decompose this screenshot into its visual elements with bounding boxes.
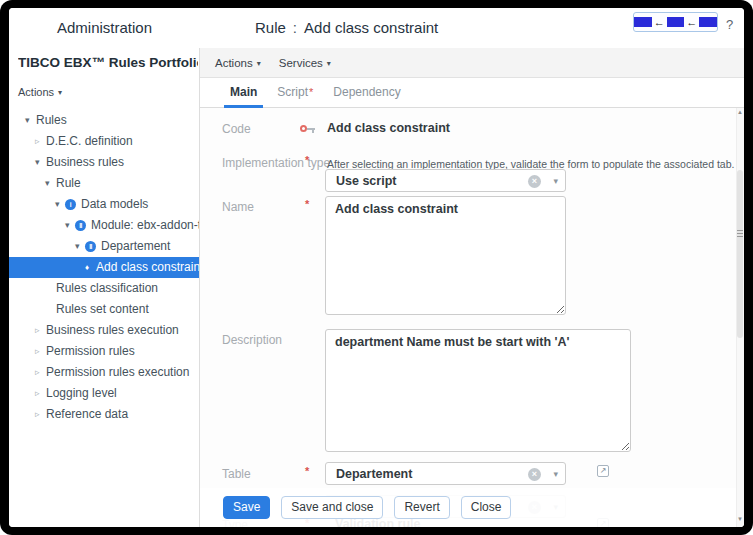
implementation-type-label: Implementation type xyxy=(222,156,330,170)
tree-item-label: Departement xyxy=(100,236,170,257)
tree-item-business-rules-execution[interactable]: ▹Business rules execution xyxy=(9,320,200,341)
required-asterisk: * xyxy=(305,465,309,477)
tree-item-permission-rules-execution[interactable]: ▹Permission rules execution xyxy=(9,362,200,383)
tree-item-label: Module: ebx-addon-tests, p xyxy=(90,215,200,236)
chevron-down-icon: ▾ xyxy=(257,59,261,68)
sidebar: TIBCO EBX™ Rules Portfolio Actions▾ ▾Rul… xyxy=(9,48,200,527)
chevron-down-icon: ▾ xyxy=(58,88,62,97)
tree-item-label: Data models xyxy=(80,194,148,215)
table-select[interactable]: Departement × ▾ xyxy=(325,462,566,485)
implementation-type-value: Use script xyxy=(336,174,396,188)
services-menu-label: Services xyxy=(279,57,323,69)
sidebar-actions-menu[interactable]: Actions▾ xyxy=(18,86,62,98)
scroll-down-icon[interactable]: ▼ xyxy=(736,516,744,522)
open-in-new-icon[interactable]: ↗ xyxy=(597,465,609,477)
nav-box[interactable] xyxy=(699,17,717,27)
chevron-down-icon[interactable]: ▾ xyxy=(553,470,558,479)
tree-expanded-arrow-icon[interactable]: ▾ xyxy=(65,215,75,236)
sidebar-title: TIBCO EBX™ Rules Portfolio xyxy=(18,55,198,70)
implementation-type-select[interactable]: Use script × ▾ xyxy=(325,169,566,192)
window-content: Administration Rule:Add class constraint… xyxy=(9,8,744,527)
tree-expanded-arrow-icon[interactable]: ▾ xyxy=(75,236,85,257)
data-models-icon: i xyxy=(65,199,76,210)
close-button[interactable]: Close xyxy=(461,496,512,519)
breadcrumb-entity: Rule xyxy=(255,19,286,36)
main-toolbar: Actions▾ Services▾ xyxy=(200,48,744,78)
table-icon: II xyxy=(75,220,86,231)
tree-item-d-e-c-definition[interactable]: ▹D.E.C. definition xyxy=(9,131,200,152)
tree-item-rules-classification[interactable]: Rules classification xyxy=(9,278,200,299)
tab-label: Main xyxy=(230,85,257,99)
tab-dependency[interactable]: Dependency xyxy=(327,78,406,108)
tab-main[interactable]: Main xyxy=(224,78,263,108)
leaf-diamond-icon: ♦ xyxy=(85,257,95,278)
clear-icon[interactable]: × xyxy=(528,175,541,188)
chevron-down-icon[interactable]: ▾ xyxy=(553,177,558,186)
tree-item-logging-level[interactable]: ▹Logging level xyxy=(9,383,200,404)
tree-collapsed-arrow-icon[interactable]: ▹ xyxy=(35,404,45,425)
code-label: Code xyxy=(222,122,251,136)
tree-collapsed-arrow-icon[interactable]: ▹ xyxy=(35,362,45,383)
services-menu[interactable]: Services▾ xyxy=(279,57,331,69)
navigation-history-widget[interactable]: ← ← xyxy=(633,12,718,32)
required-asterisk: * xyxy=(305,198,309,210)
scroll-up-icon[interactable]: ▲ xyxy=(736,109,744,115)
tree-item-add-class-constraint[interactable]: ♦Add class constraint xyxy=(9,257,200,278)
tree-item-label: D.E.C. definition xyxy=(45,131,133,152)
tree-collapsed-arrow-icon[interactable]: ▹ xyxy=(35,320,45,341)
top-header: Administration Rule:Add class constraint… xyxy=(9,8,744,48)
tree-collapsed-arrow-icon[interactable]: ▹ xyxy=(35,341,45,362)
primary-key-icon xyxy=(300,124,316,134)
save-button[interactable]: Save xyxy=(223,496,270,519)
tree-item-label: Permission rules xyxy=(45,341,135,362)
tree-item-label: Permission rules execution xyxy=(45,362,189,383)
tree-item-rule[interactable]: ▾Rule xyxy=(9,173,200,194)
revert-button[interactable]: Revert xyxy=(394,496,449,519)
main-panel: Actions▾ Services▾ MainScript*Dependency… xyxy=(200,48,744,527)
code-value: Add class constraint xyxy=(327,121,450,135)
actions-menu[interactable]: Actions▾ xyxy=(215,57,261,69)
tree-collapsed-arrow-icon[interactable]: ▹ xyxy=(35,383,45,404)
clear-icon[interactable]: × xyxy=(528,468,541,481)
tree-item-rules[interactable]: ▾Rules xyxy=(9,110,200,131)
tree-item-permission-rules[interactable]: ▹Permission rules xyxy=(9,341,200,362)
tab-bar: MainScript*Dependency xyxy=(200,78,744,108)
breadcrumb-title: Add class constraint xyxy=(304,19,438,36)
tree-item-module-ebx-addon-tests-p[interactable]: ▾IIModule: ebx-addon-tests, p xyxy=(9,215,200,236)
tree-item-rules-set-content[interactable]: Rules set content xyxy=(9,299,200,320)
scrollbar-grip xyxy=(737,230,743,239)
description-label: Description xyxy=(222,333,282,347)
tree-item-label: Add class constraint xyxy=(95,257,200,278)
left-arrow-icon: ← xyxy=(686,17,697,27)
help-icon[interactable]: ? xyxy=(726,17,733,32)
description-field[interactable]: department Name must be start with 'A' xyxy=(325,329,631,452)
tree-item-label: Logging level xyxy=(45,383,117,404)
tree-expanded-arrow-icon[interactable]: ▾ xyxy=(25,110,35,131)
app-window: Administration Rule:Add class constraint… xyxy=(0,0,753,535)
scrollbar-thumb[interactable] xyxy=(737,170,743,338)
sidebar-tree: ▾Rules▹D.E.C. definition▾Business rules▾… xyxy=(9,110,200,425)
tree-item-label: Reference data xyxy=(45,404,128,425)
tree-expanded-arrow-icon[interactable]: ▾ xyxy=(55,194,65,215)
tree-item-business-rules[interactable]: ▾Business rules xyxy=(9,152,200,173)
tree-item-reference-data[interactable]: ▹Reference data xyxy=(9,404,200,425)
required-asterisk: * xyxy=(305,154,309,166)
breadcrumb: Rule:Add class constraint xyxy=(255,19,438,36)
tree-expanded-arrow-icon[interactable]: ▾ xyxy=(35,152,45,173)
tree-expanded-arrow-icon[interactable]: ▾ xyxy=(45,173,55,194)
tree-item-data-models[interactable]: ▾iData models xyxy=(9,194,200,215)
tab-script[interactable]: Script* xyxy=(271,78,319,108)
table-label: Table xyxy=(222,467,251,481)
required-asterisk: * xyxy=(309,86,313,98)
tree-item-departement[interactable]: ▾IIDepartement xyxy=(9,236,200,257)
tab-label: Script xyxy=(277,85,308,99)
table-value: Departement xyxy=(336,467,412,481)
chevron-down-icon: ▾ xyxy=(327,59,331,68)
tree-item-label: Rules xyxy=(35,110,67,131)
name-field[interactable]: Add class constraint xyxy=(325,196,566,315)
nav-box[interactable] xyxy=(667,17,685,27)
tree-collapsed-arrow-icon[interactable]: ▹ xyxy=(35,131,45,152)
save-and-close-button[interactable]: Save and close xyxy=(281,496,383,519)
tree-item-label: Business rules execution xyxy=(45,320,179,341)
nav-box[interactable] xyxy=(634,17,652,27)
